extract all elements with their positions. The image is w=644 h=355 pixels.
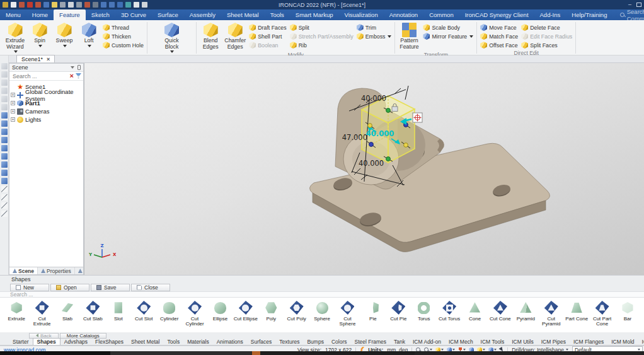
catalog-item-pie[interactable]: Pie <box>360 300 386 322</box>
boolean-button[interactable]: Boolean <box>248 41 287 49</box>
thicken-button[interactable]: Thicken <box>101 32 145 40</box>
new-scene-icon[interactable] <box>11 2 16 8</box>
menu-tab-ironcad-synergy-client[interactable]: IronCAD Synergy Client <box>459 9 534 20</box>
web-icon[interactable] <box>117 2 123 8</box>
emboss-button[interactable]: Emboss <box>355 32 393 40</box>
transparent-display-icon[interactable] <box>1 137 8 143</box>
menu-tab-common[interactable]: Common <box>423 9 459 20</box>
delete-face-button[interactable]: Delete Face <box>520 23 573 32</box>
catalog-item-cut-cone[interactable]: Cut Cone <box>488 300 513 322</box>
split-body-icon[interactable] <box>1 88 8 94</box>
expand-icon[interactable]: + <box>11 109 15 113</box>
menu-tab-visualization[interactable]: Visualization <box>339 9 384 20</box>
annotate-icon[interactable] <box>84 2 90 8</box>
catalog-tab-icm-add-on[interactable]: ICM Add-on <box>409 338 445 345</box>
print-icon[interactable] <box>68 2 74 8</box>
menu-tab-assembly[interactable]: Assembly <box>184 9 221 20</box>
chamfer-edges-button[interactable]: Chamfer Edges <box>223 21 247 51</box>
catalog-tab-colors[interactable]: Colors <box>328 338 351 345</box>
catalog-tab-icm-mold[interactable]: ICM Mold <box>607 338 638 345</box>
facet-display-icon[interactable] <box>1 153 8 160</box>
expand-icon[interactable]: + <box>11 101 15 105</box>
catalog-tab-icm-tools[interactable]: ICM Tools <box>477 338 509 345</box>
panel-tab-properties[interactable]: Properties <box>38 267 75 274</box>
copy-icon[interactable] <box>93 2 98 8</box>
catalog-item-torus[interactable]: Torus <box>411 300 437 322</box>
catalog-tab-textures[interactable]: Textures <box>275 338 303 345</box>
catalog-tab-shapes[interactable]: Shapes <box>33 338 60 345</box>
catalog-tab-starter[interactable]: Starter <box>9 338 33 345</box>
open-catalog-button[interactable]: Open <box>50 284 89 291</box>
panel-tab-scene[interactable]: Scene <box>9 267 38 274</box>
catalog-tab-surfaces[interactable]: Surfaces <box>247 338 276 345</box>
split-faces-button[interactable]: Split Faces <box>520 41 573 49</box>
snapshot-icon[interactable] <box>125 2 131 8</box>
catalog-tab-tank[interactable]: Tank <box>390 338 409 345</box>
catalog-item-cut-cylinder[interactable]: Cut Cylinder <box>182 300 207 327</box>
catalog-item-ellipse[interactable]: Ellipse <box>207 300 233 322</box>
stretch-part-button[interactable]: Stretch Part/Assembly <box>289 32 355 40</box>
catalog-tab-icm-mech[interactable]: ICM Mech <box>445 338 477 345</box>
scene-search-input[interactable] <box>11 73 68 80</box>
catalog-item-extrude[interactable]: Extrude <box>4 300 29 322</box>
anchor-tool-icon[interactable] <box>1 202 8 209</box>
document-tab-scene1[interactable]: Scene1* × <box>16 55 55 62</box>
shaded-display-icon[interactable] <box>1 112 8 119</box>
edit-face-radius-button[interactable]: Edit Face Radius <box>520 32 573 40</box>
clear-search-icon[interactable]: × <box>70 73 74 79</box>
smart-dimension-icon[interactable] <box>1 194 8 201</box>
extrude-wizard-button[interactable]: Extrude Wizard <box>3 21 27 54</box>
catalog-item-pyramid[interactable]: Pyramid <box>513 300 538 322</box>
measure-tool-icon[interactable] <box>1 186 8 192</box>
catalog-tab-icm-pipes[interactable]: ICM Pipes <box>538 338 570 345</box>
tree-item-cameras[interactable]: + Cameras <box>11 107 82 115</box>
catalog-item-poly[interactable]: Poly <box>258 300 284 322</box>
catalog-tab-steel-frames[interactable]: Steel Frames <box>350 338 390 345</box>
rib-button[interactable]: Rib <box>289 41 355 49</box>
close-tab-icon[interactable]: × <box>47 56 50 62</box>
menu-tab-add-ins[interactable]: Add-Ins <box>534 9 566 20</box>
save-catalog-button[interactable]: Save <box>91 284 130 291</box>
bounding-box-icon[interactable] <box>1 161 8 168</box>
save-icon[interactable] <box>60 2 66 8</box>
mirror-feature-button[interactable]: Mirror Feature <box>422 32 474 40</box>
boolean-subtract-icon[interactable] <box>1 71 8 78</box>
catalog-item-cylinder[interactable]: Cylinder <box>156 300 181 322</box>
open-folder-icon[interactable] <box>52 2 57 8</box>
menu-tab-menu[interactable]: Menu <box>0 9 26 20</box>
scale-body-button[interactable]: Scale Body <box>422 23 474 32</box>
command-search[interactable]: Search Commands... <box>620 9 644 20</box>
catalog-item-cut-slab[interactable]: Cut Slab <box>80 300 105 322</box>
match-face-button[interactable]: Match Face <box>479 32 519 40</box>
menu-tab-annotation[interactable]: Annotation <box>384 9 423 20</box>
minimize-button[interactable]: – <box>628 2 631 8</box>
render-icon[interactable] <box>76 2 82 8</box>
catalog-tab-icm-flanges[interactable]: ICM Flanges <box>570 338 607 345</box>
offset-face-button[interactable]: Offset Face <box>479 41 519 49</box>
redo-icon[interactable] <box>109 2 115 8</box>
catalog-tab-flexshapes[interactable]: FlexShapes <box>91 338 127 345</box>
split-button[interactable]: Split <box>289 23 355 32</box>
catalog-item-part-cone[interactable]: Part Cone <box>564 300 589 322</box>
link-file-icon[interactable] <box>43 2 49 8</box>
menu-tab-sheet-metal[interactable]: Sheet Metal <box>221 9 265 20</box>
menu-tab-3d-curve[interactable]: 3D Curve <box>115 9 152 20</box>
new-catalog-button[interactable]: New <box>10 284 49 291</box>
catalog-item-sphere[interactable]: Sphere <box>309 300 335 322</box>
catalog-item-cut-sphere[interactable]: Cut Sphere <box>335 300 360 327</box>
catalog-tab-sheet-metal[interactable]: Sheet Metal <box>127 338 163 345</box>
menu-tab-sketch[interactable]: Sketch <box>86 9 115 20</box>
move-face-button[interactable]: Move Face <box>479 23 519 32</box>
trim-button[interactable]: Trim <box>355 23 393 32</box>
catalog-tab-icm-arch[interactable]: ICM Arch <box>638 338 644 345</box>
catalog-tab-animations[interactable]: Animations <box>213 338 247 345</box>
app-logo-icon[interactable] <box>3 2 8 8</box>
blend-edges-button[interactable]: Blend Edges <box>198 21 222 51</box>
menu-tab-tools[interactable]: Tools <box>265 9 290 20</box>
catalog-item-cone[interactable]: Cone <box>462 300 487 322</box>
catalog-search[interactable]: Search ... <box>0 291 644 298</box>
scene-canvas[interactable]: 40.000 47.000 40.000 40.000 <box>84 63 644 275</box>
expand-icon[interactable]: + <box>11 93 15 97</box>
catalog-item-slab[interactable]: Slab <box>55 300 80 322</box>
catalog-item-cut-slot[interactable]: Cut Slot <box>131 300 156 322</box>
